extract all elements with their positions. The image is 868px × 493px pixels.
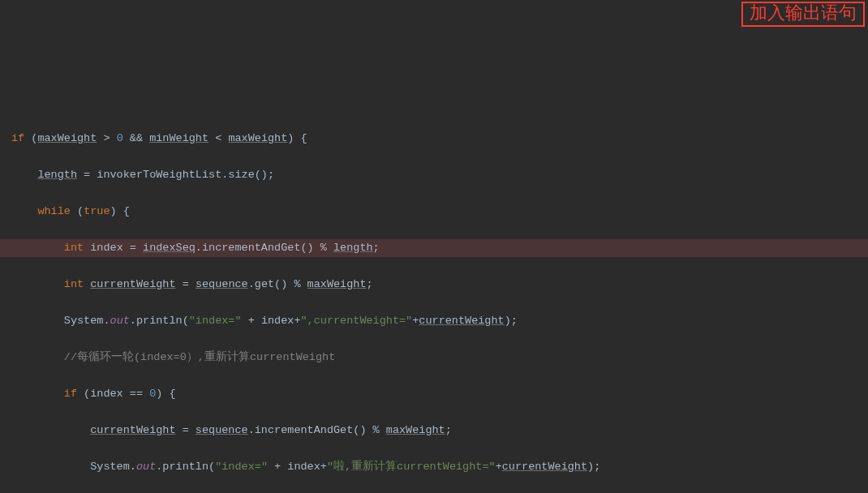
string: "啦,重新计算currentWeight=" <box>327 461 496 473</box>
text: .get() % <box>248 278 307 290</box>
text: = invokerToWeightList.size(); <box>77 169 274 181</box>
text: + index+ <box>268 461 327 473</box>
text: ( <box>71 205 84 217</box>
text: ( <box>24 132 37 144</box>
text: .println( <box>156 461 215 473</box>
text: ; <box>445 424 452 436</box>
text: System. <box>11 461 136 473</box>
keyword: if <box>64 388 77 400</box>
text: ) { <box>156 388 175 400</box>
keyword: int <box>64 278 84 290</box>
text: = <box>176 424 196 436</box>
text: && <box>123 132 149 144</box>
indent <box>11 169 37 181</box>
var: length <box>37 169 77 181</box>
text: ); <box>505 315 518 327</box>
text: + index+ <box>242 315 301 327</box>
text: System. <box>11 315 110 327</box>
code-line[interactable]: if (maxWeight > 0 && minWeight < maxWeig… <box>11 130 868 148</box>
var: sequence <box>196 278 248 290</box>
field: out <box>110 315 130 327</box>
string: "index=" <box>189 315 242 327</box>
var: currentWeight <box>419 315 504 327</box>
var: minWeight <box>149 132 208 144</box>
var: currentWeight <box>90 278 175 290</box>
text: ; <box>373 242 380 254</box>
code-line[interactable]: //每循环一轮(index=0）,重新计算currentWeight <box>11 349 868 367</box>
keyword: while <box>37 205 71 217</box>
text: (index == <box>77 388 149 400</box>
var: sequence <box>196 424 248 436</box>
text: .println( <box>130 315 189 327</box>
code-editor[interactable]: if (maxWeight > 0 && minWeight < maxWeig… <box>0 109 868 493</box>
text: + <box>496 461 502 473</box>
code-line[interactable]: currentWeight = sequence.incrementAndGet… <box>11 422 868 440</box>
text: > <box>97 132 116 144</box>
code-line-highlighted[interactable]: int index = indexSeq.incrementAndGet() %… <box>0 239 868 258</box>
text: = <box>176 278 196 290</box>
string: ",currentWeight=" <box>301 315 413 327</box>
indent <box>11 424 90 436</box>
text: ) { <box>110 205 130 217</box>
var: maxWeight <box>37 132 97 144</box>
text: ); <box>587 461 600 473</box>
number: 0 <box>117 132 123 144</box>
indent <box>11 278 64 290</box>
code-line[interactable]: length = invokerToWeightList.size(); <box>11 166 868 185</box>
code-line[interactable]: int currentWeight = sequence.get() % max… <box>11 276 868 294</box>
var: maxWeight <box>307 278 367 290</box>
var: maxWeight <box>228 132 287 144</box>
indent <box>11 242 64 254</box>
keyword: if <box>11 132 24 144</box>
code-line[interactable]: System.out.println("index=" + index+",cu… <box>11 312 868 331</box>
comment: //每循环一轮(index=0）,重新计算currentWeight <box>64 351 335 363</box>
annotation-callout: 加入输出语句 <box>741 2 865 27</box>
var: indexSeq <box>143 242 196 254</box>
indent <box>11 205 37 217</box>
code-line[interactable]: while (true) { <box>11 203 868 221</box>
var: length <box>333 242 373 254</box>
field: out <box>136 461 156 473</box>
text: ; <box>367 278 373 290</box>
text: .incrementAndGet() % <box>196 242 333 254</box>
keyword: int <box>64 242 84 254</box>
keyword: true <box>84 205 110 217</box>
var: maxWeight <box>386 424 445 436</box>
text: index = <box>84 242 143 254</box>
string: "index=" <box>215 461 268 473</box>
code-line[interactable]: System.out.println("index=" + index+"啦,重… <box>11 458 868 477</box>
text: .incrementAndGet() % <box>248 424 386 436</box>
var: currentWeight <box>90 424 175 436</box>
indent <box>11 388 64 400</box>
indent <box>11 351 64 363</box>
text: ) { <box>287 132 307 144</box>
text: < <box>208 132 228 144</box>
code-line[interactable]: if (index == 0) { <box>11 385 868 404</box>
var: currentWeight <box>502 461 587 473</box>
